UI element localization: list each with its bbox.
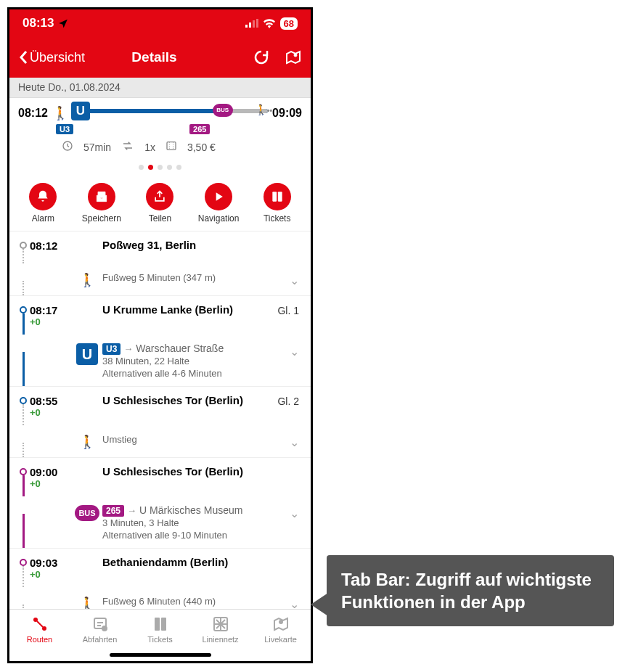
line-badge: U3 [56,124,73,134]
bell-icon [36,189,50,204]
home-indicator [110,653,211,657]
line-badge: 265 [102,505,124,517]
walk-icon: 🚶 [52,105,68,121]
svg-point-12 [102,626,107,631]
svg-rect-13 [155,618,160,631]
direction: U Märkisches Museum [139,504,242,516]
page-indicator[interactable] [18,158,302,177]
step-time: 09:00 [30,466,57,478]
tab-label: Liniennetz [202,635,238,644]
duration-icon [62,140,73,154]
step-sub: 38 Minuten, 22 Halte [102,356,284,366]
step-sub: Alternativen alle 9-10 Minuten [102,530,284,541]
callout-arrow-icon [311,593,328,616]
step-sub: Umstieg [102,434,284,445]
step-transfer[interactable]: 🚶 Umstieg ⌄ [9,425,311,458]
step-time: 09:03 [30,557,57,569]
tickets-label: Tickets [264,213,291,224]
svg-rect-0 [245,25,248,28]
arrow-right-icon: → [127,505,136,516]
arrive-time: 09:09 [272,107,302,120]
page-title: Details [56,49,253,65]
battery-badge: 68 [280,17,298,30]
bus-badge: BUS [213,104,233,117]
share-label: Teilen [149,213,171,224]
location-arrow-icon [58,18,68,28]
step-time: 08:17 [30,304,57,316]
arrow-right-icon: → [123,343,133,354]
direction: Warschauer Straße [136,343,224,354]
step-sub: Fußweg 6 Minuten (440 m) [102,596,284,607]
changes-icon [121,141,134,153]
tab-label: Tickets [147,635,172,644]
trip-price: 3,50 € [187,142,216,153]
ticket-icon [166,140,177,154]
step-sub: Fußweg 5 Minuten (347 m) [102,272,284,283]
step-walk[interactable]: 🚶 Fußweg 5 Minuten (347 m) ⌄ [9,263,311,296]
svg-rect-3 [256,19,258,28]
navigation-button[interactable]: Navigation [192,183,245,224]
status-time: 08:13 [23,16,54,30]
trip-duration: 57min [83,142,111,153]
svg-rect-1 [249,22,251,28]
step-delay: +0 [30,316,72,327]
step-sub: Alternativen alle 4-6 Minuten [102,368,284,379]
depart-time: 08:12 [18,107,48,120]
phone-frame: 08:13 68 Übersicht Details Heute Do., 01… [7,7,313,663]
step-platform: Gl. 2 [277,394,302,418]
trip-progress-bar: U BUS 🚶•• [73,104,268,123]
alarm-label: Alarm [32,213,54,224]
trip-changes: 1x [144,142,155,153]
walk-icon: 🚶 [79,435,95,449]
walk-icon: 🚶 [79,273,95,287]
step-delay: +0 [30,569,72,580]
refresh-icon[interactable] [253,49,270,66]
step-platform: Gl. 1 [277,303,302,327]
network-icon [211,615,230,633]
svg-rect-2 [253,20,255,28]
step-title: U Schlesisches Tor (Berlin) [102,394,277,406]
step-title: Bethaniendamm (Berlin) [102,556,302,568]
step-title: U Schlesisches Tor (Berlin) [102,465,302,478]
tab-livemap[interactable]: Livekarte [250,610,311,661]
step-transit[interactable]: BUS 265→U Märkisches Museum 3 Minuten, 3… [9,496,311,549]
signal-icon [245,19,258,28]
step-origin: 08:12 Poßweg 31, Berlin [9,231,311,263]
share-button[interactable]: Teilen [134,183,186,224]
step-station: 08:17+0 U Krumme Lanke (Berlin) Gl. 1 [9,296,311,335]
line-badge: 265 [189,124,210,134]
annotation-callout: Tab Bar: Zugriff auf wichtigste Funktion… [327,555,614,626]
step-time: 08:12 [30,239,72,256]
save-icon [94,189,109,204]
tab-label: Livekarte [264,635,297,644]
step-sub: 3 Minuten, 3 Halte [102,517,284,528]
tab-label: Routen [27,635,52,644]
svg-rect-8 [278,192,282,201]
step-title: Poßweg 31, Berlin [102,239,302,251]
nav-bar: Übersicht Details [9,37,311,78]
tickets-button[interactable]: Tickets [251,183,303,224]
tickets-icon [151,615,170,633]
tab-routes[interactable]: Routen [9,610,70,661]
save-button[interactable]: Speichern [75,183,128,224]
trip-summary: 08:12 🚶 U BUS 🚶•• 09:09 U3 265 57min 1x … [9,98,311,180]
step-delay: +0 [30,407,72,418]
walk-icon: 🚶•• [255,104,272,115]
step-station: 09:00+0 U Schlesisches Tor (Berlin) [9,458,311,496]
bus-icon: BUS [75,505,99,521]
chevron-down-icon: ⌄ [284,342,302,379]
navigation-label: Navigation [198,213,240,224]
ubahn-badge: U [71,102,90,120]
date-bar: Heute Do., 01.08.2024 [9,78,311,98]
svg-rect-6 [167,142,176,150]
chevron-down-icon: ⌄ [284,433,302,450]
step-transit[interactable]: U U3→Warschauer Straße 38 Minuten, 22 Ha… [9,335,311,387]
tab-label: Abfahrten [83,635,118,644]
alarm-button[interactable]: Alarm [17,183,69,224]
map-icon[interactable] [285,49,302,66]
status-bar: 08:13 68 [9,9,311,37]
routes-icon [30,615,49,633]
step-delay: +0 [30,478,72,489]
svg-rect-7 [272,192,277,201]
step-station: 09:03+0 Bethaniendamm (Berlin) [9,549,311,587]
